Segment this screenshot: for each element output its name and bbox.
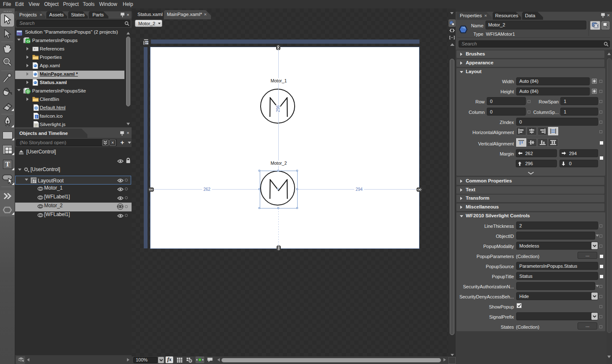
svg-text:C#: C#: [26, 40, 30, 43]
